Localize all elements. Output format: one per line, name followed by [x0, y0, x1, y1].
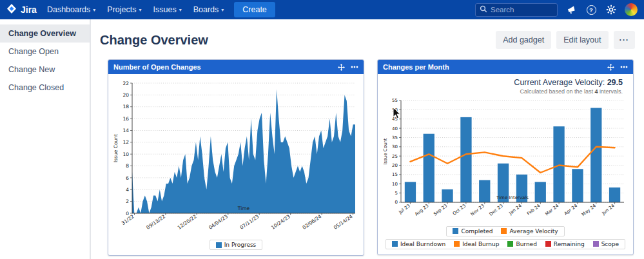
- nav-boards[interactable]: Boards▾: [193, 5, 224, 14]
- burndown-legend: Ideal BurndownIdeal BurnupBurnedRemainin…: [380, 239, 630, 249]
- legend-swatch: [453, 228, 458, 234]
- chevron-down-icon: ▾: [139, 7, 142, 13]
- brand-label: Jira: [21, 5, 37, 15]
- gear-icon[interactable]: [605, 3, 618, 16]
- top-navigation: Jira Dashboards▾ Projects▾ Issues▾ Board…: [0, 0, 644, 19]
- svg-text:30: 30: [392, 144, 398, 149]
- announcements-icon[interactable]: [565, 3, 578, 16]
- nav-boards-label: Boards: [193, 5, 219, 14]
- gadget-number-of-open-changes: Number of Open Changes 02468101214161820…: [108, 59, 364, 256]
- svg-text:8: 8: [126, 163, 129, 169]
- svg-text:05/14/24: 05/14/24: [333, 213, 354, 231]
- svg-text:45: 45: [392, 117, 398, 122]
- jira-logo[interactable]: Jira: [6, 4, 37, 16]
- changes-per-month-bar-chart: 0510152025303540455055Jul 23Aug 23Sep 23…: [380, 95, 630, 225]
- more-actions-button[interactable]: ···: [614, 31, 636, 49]
- legend-item: In Progress: [216, 242, 257, 248]
- svg-text:May 24: May 24: [581, 203, 598, 217]
- svg-text:50: 50: [392, 108, 398, 113]
- search-icon: [480, 4, 487, 15]
- nav-issues-label: Issues: [153, 5, 177, 14]
- gadget-title: Changes per Month: [383, 63, 601, 71]
- nav-projects-label: Projects: [107, 5, 136, 14]
- nav-dashboards[interactable]: Dashboards▾: [47, 5, 95, 14]
- sidebar: Change Overview Change Open Change New C…: [0, 19, 91, 259]
- changes-per-month-legend: CompletedAverage Velocity: [380, 226, 630, 236]
- sidebar-item-change-overview[interactable]: Change Overview: [0, 24, 90, 43]
- svg-text:Issue Count: Issue Count: [383, 138, 388, 164]
- open-changes-area-chart: 024681012141618202231/2209/13/2212/20/22…: [111, 77, 361, 239]
- svg-text:Aug 23: Aug 23: [414, 203, 429, 217]
- edit-layout-button[interactable]: Edit layout: [556, 31, 608, 49]
- nav-issues[interactable]: Issues▾: [153, 5, 182, 14]
- svg-text:16: 16: [122, 116, 129, 122]
- legend-item: Ideal Burnup: [454, 241, 499, 247]
- legend-item: Completed: [453, 228, 493, 235]
- search-input[interactable]: [491, 6, 553, 14]
- legend-item: Scope: [593, 241, 619, 247]
- velocity-label: Current Average Velocity:: [514, 78, 607, 87]
- svg-text:4: 4: [126, 187, 129, 193]
- svg-text:18: 18: [122, 104, 129, 110]
- legend-item: Ideal Burndown: [392, 241, 445, 247]
- create-button[interactable]: Create: [234, 2, 275, 17]
- svg-text:2: 2: [126, 198, 129, 204]
- legend-swatch: [454, 241, 460, 247]
- svg-text:Jun 24: Jun 24: [601, 203, 616, 216]
- move-gadget-icon[interactable]: [607, 64, 614, 71]
- chevron-down-icon: ▾: [93, 7, 95, 13]
- sidebar-item-change-open[interactable]: Change Open: [0, 43, 90, 61]
- svg-text:10/24/23: 10/24/23: [270, 213, 291, 231]
- svg-text:Oct 23: Oct 23: [452, 203, 467, 216]
- svg-text:Time Intervals: Time Intervals: [496, 195, 529, 200]
- svg-text:15: 15: [392, 172, 398, 177]
- nav-dashboards-label: Dashboards: [47, 5, 90, 14]
- gadget-changes-per-month: Changes per Month Current Average Veloci…: [377, 59, 634, 255]
- svg-text:Sep 23: Sep 23: [433, 203, 448, 216]
- velocity-subtitle-suffix: intervals.: [598, 88, 623, 95]
- svg-text:Feb 24: Feb 24: [526, 203, 542, 216]
- legend-swatch: [392, 241, 398, 247]
- svg-text:10: 10: [392, 182, 398, 187]
- help-icon[interactable]: ?: [585, 3, 598, 16]
- legend-swatch: [545, 241, 551, 247]
- svg-text:12: 12: [122, 139, 129, 145]
- svg-text:Time: Time: [237, 206, 250, 211]
- svg-text:12/20/22: 12/20/22: [177, 213, 198, 231]
- chevron-down-icon: ▾: [221, 7, 224, 13]
- legend-swatch: [216, 242, 222, 248]
- jira-mark-icon: [6, 4, 17, 16]
- svg-text:6: 6: [126, 175, 129, 181]
- legend-item: Burned: [507, 241, 536, 247]
- svg-text:20: 20: [122, 92, 129, 98]
- legend-swatch: [507, 241, 513, 247]
- svg-text:Nov 23: Nov 23: [470, 203, 485, 217]
- gadget-menu-icon[interactable]: [620, 66, 628, 68]
- legend-swatch: [593, 241, 599, 247]
- svg-text:22: 22: [122, 81, 129, 86]
- svg-text:Jan 24: Jan 24: [508, 203, 523, 216]
- sidebar-item-change-new[interactable]: Change New: [0, 61, 90, 79]
- svg-text:Apr 24: Apr 24: [563, 203, 579, 216]
- gadget-title: Number of Open Changes: [113, 63, 332, 71]
- search-box[interactable]: [475, 3, 558, 17]
- gadget-header: Changes per Month: [378, 60, 633, 74]
- legend-item: Average Velocity: [501, 228, 558, 235]
- velocity-value: 29.5: [607, 78, 623, 87]
- open-changes-legend: In Progress: [111, 240, 361, 250]
- svg-text:02/06/24: 02/06/24: [301, 213, 322, 231]
- move-gadget-icon[interactable]: [338, 64, 345, 71]
- svg-text:25: 25: [392, 153, 398, 158]
- nav-projects[interactable]: Projects▾: [107, 5, 141, 14]
- sidebar-item-change-closed[interactable]: Change Closed: [0, 79, 90, 97]
- page-title: Change Overview: [100, 33, 208, 48]
- svg-text:09/13/22: 09/13/22: [145, 213, 166, 231]
- svg-text:20: 20: [392, 163, 398, 168]
- svg-text:14: 14: [122, 128, 129, 133]
- add-gadget-button[interactable]: Add gadget: [496, 31, 551, 49]
- avatar[interactable]: [625, 3, 638, 16]
- chevron-down-icon: ▾: [179, 7, 182, 13]
- gadget-menu-icon[interactable]: [351, 66, 358, 68]
- svg-text:Jul 23: Jul 23: [397, 203, 411, 215]
- average-velocity-readout: Current Average Velocity: 29.5 Calculate…: [380, 77, 630, 95]
